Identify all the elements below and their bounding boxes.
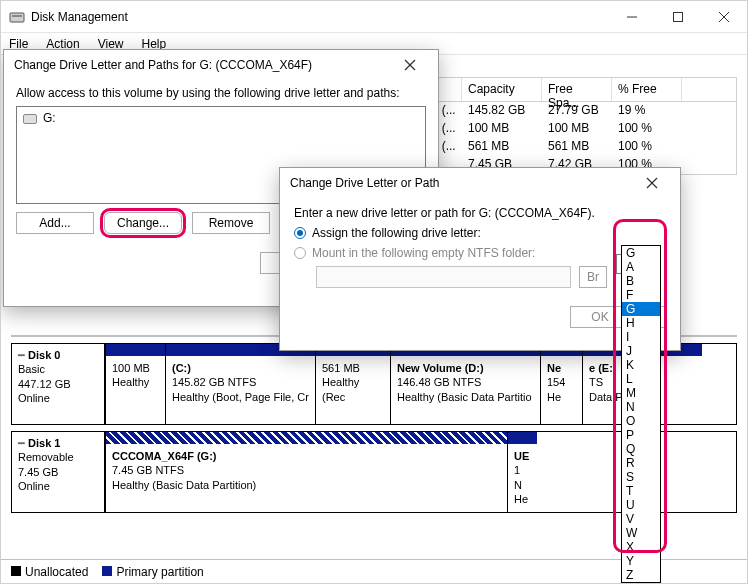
dropdown-option[interactable]: X — [622, 540, 660, 554]
drive-icon — [23, 114, 37, 124]
disk-info[interactable]: ━ Disk 0Basic447.12 GBOnline — [11, 343, 105, 425]
dropdown-option[interactable]: N — [622, 400, 660, 414]
dropdown-option[interactable]: H — [622, 316, 660, 330]
dropdown-option[interactable]: K — [622, 358, 660, 372]
dialog1-text: Allow access to this volume by using the… — [16, 86, 426, 100]
radio-assign-letter[interactable] — [294, 227, 306, 239]
maximize-button[interactable] — [655, 1, 701, 33]
dialog1-title: Change Drive Letter and Paths for G: (CC… — [14, 58, 312, 72]
minimize-button[interactable] — [609, 1, 655, 33]
dialog1-close-icon[interactable] — [404, 59, 428, 71]
svg-rect-3 — [674, 12, 683, 21]
radio-mount-label: Mount in the following empty NTFS folder… — [312, 246, 535, 260]
add-button[interactable]: Add... — [16, 212, 94, 234]
dropdown-option[interactable]: B — [622, 274, 660, 288]
radio-mount-folder — [294, 247, 306, 259]
dropdown-option[interactable]: T — [622, 484, 660, 498]
dropdown-option[interactable]: V — [622, 512, 660, 526]
partition[interactable]: Ne154He — [540, 344, 582, 424]
remove-button[interactable]: Remove — [192, 212, 270, 234]
app-title: Disk Management — [31, 10, 128, 24]
dropdown-option[interactable]: G — [622, 302, 660, 316]
svg-rect-0 — [10, 13, 24, 22]
dropdown-option[interactable]: M — [622, 386, 660, 400]
browse-button: Br — [579, 266, 607, 288]
dropdown-option[interactable]: W — [622, 526, 660, 540]
dropdown-option[interactable]: U — [622, 498, 660, 512]
col-pctfree[interactable]: % Free — [612, 78, 682, 101]
dropdown-option[interactable]: Z — [622, 568, 660, 582]
dropdown-option[interactable]: O — [622, 414, 660, 428]
close-button[interactable] — [701, 1, 747, 33]
radio-assign-label[interactable]: Assign the following drive letter: — [312, 226, 481, 240]
dropdown-option[interactable]: Y — [622, 554, 660, 568]
window-titlebar: Disk Management — [1, 1, 747, 33]
partition[interactable]: New Volume (D:)146.48 GB NTFSHealthy (Ba… — [390, 344, 540, 424]
dropdown-option[interactable]: J — [622, 344, 660, 358]
dialog2-close-icon[interactable] — [646, 177, 670, 189]
dropdown-option[interactable]: L — [622, 372, 660, 386]
dropdown-option[interactable]: R — [622, 456, 660, 470]
legend-primary: Primary partition — [116, 565, 203, 579]
partition[interactable]: UE1 NHe — [507, 432, 537, 512]
dropdown-option[interactable]: A — [622, 260, 660, 274]
partition[interactable]: CCCOMA_X64F (G:)7.45 GB NTFSHealthy (Bas… — [105, 432, 507, 512]
paths-list-item[interactable]: G: — [43, 111, 56, 125]
disk-info[interactable]: ━ Disk 1Removable7.45 GBOnline — [11, 431, 105, 513]
partition[interactable]: (C:)145.82 GB NTFSHealthy (Boot, Page Fi… — [165, 344, 315, 424]
svg-rect-1 — [12, 15, 22, 17]
mount-path-input — [316, 266, 571, 288]
legend-unallocated: Unallocated — [25, 565, 88, 579]
dropdown-option[interactable]: F — [622, 288, 660, 302]
dropdown-option[interactable]: Q — [622, 442, 660, 456]
dropdown-option[interactable]: G — [622, 246, 660, 260]
change-button[interactable]: Change... — [104, 212, 182, 234]
drive-letter-dropdown[interactable]: GABFGHIJKLMNOPQRSTUVWXYZ — [621, 245, 661, 583]
col-free[interactable]: Free Spa... — [542, 78, 612, 101]
partition[interactable]: 100 MBHealthy — [105, 344, 165, 424]
dialog2-title: Change Drive Letter or Path — [290, 176, 439, 190]
dropdown-option[interactable]: P — [622, 428, 660, 442]
dropdown-option[interactable]: I — [622, 330, 660, 344]
dropdown-option[interactable]: S — [622, 470, 660, 484]
app-icon — [9, 9, 25, 25]
dialog2-prompt: Enter a new drive letter or path for G: … — [294, 206, 666, 220]
col-capacity[interactable]: Capacity — [462, 78, 542, 101]
partition[interactable]: 561 MBHealthy (Rec — [315, 344, 390, 424]
